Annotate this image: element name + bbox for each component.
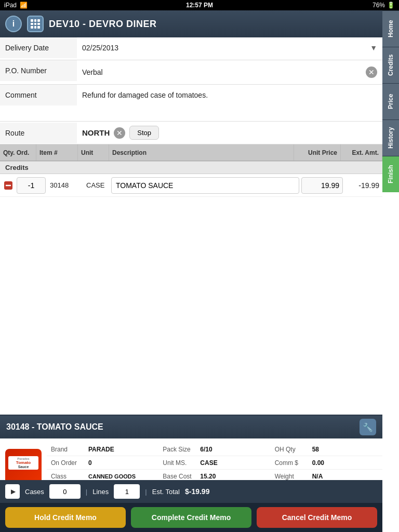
credit-row: -1 30148 CASE TOMATO SAUCE 19.99 -19.99 <box>0 174 382 197</box>
sidebar-label-home: Home <box>387 20 394 37</box>
lines-input[interactable] <box>114 484 140 499</box>
app-title: DEV10 - DEVRO DINER <box>49 19 157 30</box>
delivery-date-row: Delivery Date 02/25/2013 ▼ <box>0 37 382 60</box>
row-delete-icon[interactable] <box>0 181 15 190</box>
battery-icon: 🔋 <box>387 2 395 9</box>
spec-unit-ms: Unit MS. CASE <box>158 456 270 470</box>
est-total-value: $-19.99 <box>185 487 209 496</box>
po-number-row: P.O. Number Verbal ✕ <box>0 60 382 85</box>
cancel-credit-memo-button[interactable]: Cancel Credit Memo <box>257 507 377 528</box>
app-header: i DEV10 - DEVRO DINER <box>0 10 399 37</box>
th-qty: Qty. Ord. <box>0 144 36 161</box>
footer-divider-1: | <box>86 488 87 496</box>
th-ext-amt: Ext. Amt. <box>341 144 382 161</box>
sidebar: Home Credits Price History Finish <box>382 10 399 509</box>
route-name: NORTH <box>82 128 110 137</box>
info-button[interactable]: i <box>5 16 22 32</box>
spec-on-order: On Order 0 <box>47 456 158 470</box>
sidebar-label-history: History <box>387 127 394 149</box>
comment-label: Comment <box>0 85 77 105</box>
device-label: iPad <box>4 2 17 9</box>
route-row: Route NORTH ✕ Stop <box>0 122 382 144</box>
can-label: Parades Tomato Sauce <box>8 456 38 470</box>
route-clear-button[interactable]: ✕ <box>114 127 125 139</box>
table-header: Qty. Ord. Item # Unit Description Unit P… <box>0 144 382 161</box>
product-title: 30148 - TOMATO SAUCE <box>6 422 103 432</box>
sidebar-label-credits: Credits <box>387 55 394 76</box>
route-label: Route <box>0 123 77 143</box>
credit-unit-price[interactable]: 19.99 <box>301 177 343 194</box>
sidebar-item-finish[interactable]: Finish <box>382 156 399 192</box>
product-header: 30148 - TOMATO SAUCE 🔧 <box>0 416 382 438</box>
po-number-value: Verbal ✕ <box>77 60 382 84</box>
action-buttons-bar: Hold Credit Memo Complete Credit Memo Ca… <box>0 503 382 532</box>
credit-qty[interactable]: -1 <box>17 177 46 194</box>
credit-description[interactable]: TOMATO SAUCE <box>111 177 299 194</box>
spec-oh-qty: OH Qty 58 <box>271 443 382 456</box>
sidebar-label-finish: Finish <box>387 165 394 183</box>
comment-value[interactable]: Refund for damaged case of tomatoes. <box>77 85 382 121</box>
sidebar-item-credits[interactable]: Credits <box>382 47 399 83</box>
credit-unit: CASE <box>84 181 111 189</box>
th-description: Description <box>109 144 294 161</box>
th-unit: Unit <box>78 144 109 161</box>
sidebar-item-home[interactable]: Home <box>382 10 399 47</box>
po-number-clear-button[interactable]: ✕ <box>366 66 377 78</box>
po-number-label: P.O. Number <box>0 60 77 81</box>
spec-pack-size: Pack Size 6/10 <box>158 443 270 456</box>
cases-label: Cases <box>25 488 44 496</box>
status-bar: iPad 📶 12:57 PM 76% 🔋 <box>0 0 399 10</box>
wifi-icon: 📶 <box>20 2 28 9</box>
delivery-date-dropdown-icon[interactable]: ▼ <box>370 44 377 52</box>
wrench-button[interactable]: 🔧 <box>360 419 376 435</box>
footer-divider-2: | <box>145 488 147 496</box>
credit-ext-amt: -19.99 <box>345 181 382 190</box>
sidebar-label-price: Price <box>387 94 394 109</box>
spec-brand: Brand PARADE <box>47 443 158 456</box>
credits-header: Credits <box>0 161 382 174</box>
lines-label: Lines <box>92 488 109 496</box>
stop-button[interactable]: Stop <box>129 126 159 140</box>
play-button[interactable] <box>5 484 20 499</box>
delivery-date-label: Delivery Date <box>0 37 77 58</box>
grid-button[interactable] <box>27 16 44 32</box>
credit-item: 30148 <box>48 181 84 189</box>
route-value: NORTH ✕ Stop <box>77 122 382 144</box>
complete-credit-memo-button[interactable]: Complete Credit Memo <box>131 507 251 528</box>
credits-section: Credits -1 30148 CASE TOMATO SAUCE 19.99… <box>0 161 382 197</box>
delivery-date-value: 02/25/2013 ▼ <box>77 37 382 58</box>
est-total-label: Est. Total <box>152 488 180 496</box>
time-display: 12:57 PM <box>186 2 213 9</box>
grid-icon <box>31 19 40 29</box>
hold-credit-memo-button[interactable]: Hold Credit Memo <box>5 507 126 528</box>
info-icon: i <box>12 19 15 29</box>
sidebar-item-history[interactable]: History <box>382 119 399 156</box>
sidebar-item-price[interactable]: Price <box>382 83 399 119</box>
th-item: Item # <box>36 144 78 161</box>
comment-row: Comment Refund for damaged case of tomat… <box>0 85 382 122</box>
th-unit-price: Unit Price <box>294 144 341 161</box>
spec-comm: Comm $ 0.00 <box>271 456 382 470</box>
cases-input[interactable] <box>49 484 81 499</box>
battery-label: 76% <box>373 2 385 9</box>
footer-summary: Cases | Lines | Est. Total $-19.99 <box>0 480 382 503</box>
